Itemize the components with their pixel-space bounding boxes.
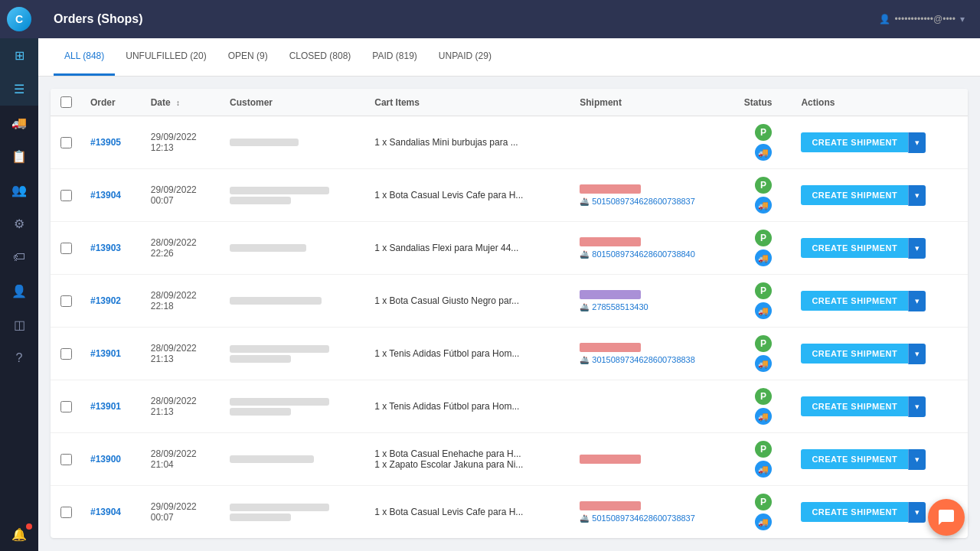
create-shipment-dropdown[interactable]: ▾ [908,449,926,470]
chat-icon [937,508,956,527]
sidebar-item-layers[interactable]: ◫ [0,308,38,341]
create-shipment-button[interactable]: CREATE SHIPMENT [801,344,908,364]
shipment-bar [580,343,641,352]
customer-name [230,504,356,521]
create-shipment-dropdown[interactable]: ▾ [908,185,926,206]
sidebar-item-users-group[interactable]: 👥 [0,173,38,207]
create-shipment-dropdown[interactable]: ▾ [908,344,926,364]
cart-items-cell: 1 x Tenis Adidas Fútbol para Hom... [365,380,570,433]
sidebar-item-notification[interactable]: 🔔 [0,517,38,551]
cart-items-cell: 1 x Sandalias Mini burbujas para ... [365,116,570,169]
customer-cell [220,433,365,486]
customer-name [230,187,356,204]
header-date[interactable]: Date ↕ [142,89,220,116]
sidebar-item-truck[interactable]: 🚚 [0,106,38,139]
sidebar-item-people[interactable]: 👤 [0,274,38,308]
header-order[interactable]: Order [81,89,142,116]
order-link[interactable]: #13901 [90,348,121,359]
actions-cell: CREATE SHIPMENT ▾ [792,328,968,380]
shipment-bar [580,501,641,510]
order-link[interactable]: #13902 [90,295,121,306]
tracking-number: 801508973462860073884​0 [592,249,695,259]
row-checkbox[interactable] [60,401,72,412]
create-shipment-dropdown[interactable]: ▾ [908,502,926,523]
order-link[interactable]: #13903 [90,243,121,253]
create-shipment-button[interactable]: CREATE SHIPMENT [801,132,908,152]
customer-cell [220,116,365,169]
row-checkbox[interactable] [60,295,72,307]
shipment-cell: 🚢 501508973462860073883​7 [570,486,735,539]
create-shipment-button[interactable]: CREATE SHIPMENT [801,238,908,258]
tab-unpaid[interactable]: UNPAID (29) [428,38,502,76]
row-checkbox[interactable] [60,243,72,254]
topbar: Orders (Shops) 👤 ••••••••••••@•••• ▾ [38,0,980,38]
status-paid-icon: P [755,494,772,510]
create-shipment-button[interactable]: CREATE SHIPMENT [801,396,908,416]
status-truck-icon: 🚚 [755,144,772,161]
select-all-checkbox[interactable] [60,96,72,108]
date-cell: 29/09/202200:07 [142,169,220,222]
row-checkbox[interactable] [60,348,72,360]
tab-open[interactable]: OPEN (9) [217,38,279,76]
sidebar-item-document[interactable]: 📋 [0,139,38,173]
shipment-bar [580,455,641,464]
logo[interactable]: C [0,0,38,38]
shipment-bar [580,290,641,299]
user-menu[interactable]: 👤 ••••••••••••@•••• ▾ [879,14,965,24]
shipment-cell: 🚢 278558513430 [570,275,735,328]
tracking-number: 301508973462860073883​8 [592,355,695,364]
tab-unfulfilled[interactable]: UNFULFILLED (20) [115,38,217,76]
date-cell: 29/09/202200:07 [142,486,220,539]
status-paid-icon: P [755,124,772,141]
tracking-row: 🚢 301508973462860073883​8 [580,355,726,364]
status-paid-icon: P [755,230,772,246]
table-row: #1390128/09/202221:131 x Tenis Adidas Fú… [51,380,968,433]
status-truck-icon: 🚚 [755,514,772,530]
tracking-number: 501508973462860073883​7 [592,197,695,206]
sidebar-item-orders[interactable]: ☰ [0,72,38,106]
sidebar-item-grid[interactable]: ⊞ [0,38,38,72]
create-shipment-dropdown[interactable]: ▾ [908,396,926,417]
create-shipment-button[interactable]: CREATE SHIPMENT [801,449,908,469]
actions-cell: CREATE SHIPMENT ▾ [792,169,968,222]
order-link[interactable]: #13901 [90,401,121,412]
table-row: #1390529/09/202212:131 x Sandalias Mini … [51,116,968,169]
create-shipment-dropdown[interactable]: ▾ [908,291,926,311]
row-checkbox[interactable] [60,137,72,148]
order-link[interactable]: #13904 [90,190,121,201]
page-title: Orders (Shops) [54,12,879,26]
tab-paid[interactable]: PAID (819) [361,38,427,76]
user-email: ••••••••••••@•••• [895,14,956,24]
row-checkbox[interactable] [60,190,72,201]
tab-closed[interactable]: CLOSED (808) [279,38,362,76]
row-checkbox[interactable] [60,454,72,465]
status-cell: P 🚚 [735,433,792,486]
create-shipment-dropdown[interactable]: ▾ [908,238,926,259]
create-shipment-button[interactable]: CREATE SHIPMENT [801,502,908,522]
status-truck-icon: 🚚 [755,249,772,266]
status-truck-icon: 🚚 [755,302,772,319]
header-customer: Customer [220,89,365,116]
order-link[interactable]: #13904 [90,507,121,517]
chat-button[interactable] [928,499,965,536]
status-paid-icon: P [755,388,772,405]
order-link[interactable]: #13905 [90,137,121,148]
sidebar-item-tag[interactable]: 🏷 [0,240,38,274]
create-shipment-button[interactable]: CREATE SHIPMENT [801,291,908,311]
row-checkbox[interactable] [60,507,72,518]
shipment-cell: 🚢 801508973462860073884​0 [570,222,735,275]
create-shipment-button[interactable]: CREATE SHIPMENT [801,185,908,205]
sidebar-item-help[interactable]: ? [0,341,38,375]
status-cell: P 🚚 [735,275,792,328]
create-shipment-dropdown[interactable]: ▾ [908,132,926,153]
sidebar-item-settings[interactable]: ⚙ [0,207,38,240]
order-link[interactable]: #13900 [90,454,121,465]
status-truck-icon: 🚚 [755,355,772,372]
tab-all[interactable]: ALL (848) [54,38,115,76]
customer-cell [220,380,365,433]
notification-dot [26,523,32,530]
shipment-cell [570,116,735,169]
status-cell: P 🚚 [735,116,792,169]
header-actions: Actions [792,89,968,116]
status-truck-icon: 🚚 [755,197,772,214]
